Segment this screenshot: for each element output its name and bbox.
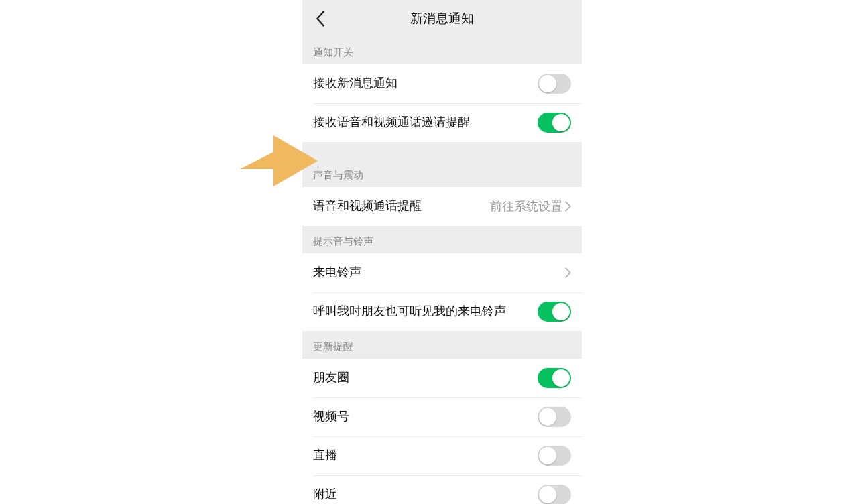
toggle-nearby[interactable] (538, 485, 571, 504)
cell-av-reminder[interactable]: 语音和视频通话提醒 前往系统设置 (302, 187, 582, 226)
cell-receive-av-invite[interactable]: 接收语音和视频通话邀请提醒 (302, 103, 582, 142)
toggle-live[interactable] (538, 446, 571, 466)
toggle-friend-ringtone[interactable] (538, 302, 571, 322)
cell-group: 语音和视频通话提醒 前往系统设置 (302, 187, 582, 226)
cell-group: 接收新消息通知 接收语音和视频通话邀请提醒 (302, 64, 582, 142)
cell-group: 朋友圈 视频号 直播 附近 (302, 359, 582, 504)
settings-screen: 新消息通知 通知开关 接收新消息通知 接收语音和视频通话邀请提醒 声音与震动 语… (302, 0, 582, 504)
section-header-notification-switch: 通知开关 (302, 37, 582, 64)
cell-label: 来电铃声 (313, 265, 565, 280)
cell-label: 视频号 (313, 409, 538, 424)
chevron-left-icon (316, 11, 325, 27)
toggle-receive-new-msg[interactable] (538, 74, 571, 94)
cell-receive-new-msg[interactable]: 接收新消息通知 (302, 64, 582, 103)
cell-label: 朋友圈 (313, 370, 538, 385)
cell-label: 语音和视频通话提醒 (313, 198, 490, 214)
cell-moments[interactable]: 朋友圈 (302, 359, 582, 397)
page-title: 新消息通知 (302, 10, 582, 27)
section-header-update-reminders: 更新提醒 (302, 331, 582, 359)
cell-label: 附近 (313, 487, 538, 502)
header: 新消息通知 (302, 0, 582, 37)
toggle-moments[interactable] (538, 368, 571, 388)
back-button[interactable] (309, 7, 332, 30)
cell-label: 直播 (313, 448, 538, 463)
cell-live[interactable]: 直播 (302, 436, 582, 475)
section-header-tone-ringtone: 提示音与铃声 (302, 226, 582, 253)
cell-group: 来电铃声 呼叫我时朋友也可听见我的来电铃声 (302, 253, 582, 331)
cell-label: 呼叫我时朋友也可听见我的来电铃声 (313, 304, 538, 319)
section-header-sound-vibration: 声音与震动 (302, 142, 582, 187)
chevron-right-icon (565, 201, 571, 212)
cell-label: 接收新消息通知 (313, 76, 538, 91)
cell-nearby[interactable]: 附近 (302, 475, 582, 504)
cell-value: 前往系统设置 (490, 198, 562, 214)
toggle-channels[interactable] (538, 407, 571, 427)
cell-friend-ringtone[interactable]: 呼叫我时朋友也可听见我的来电铃声 (302, 292, 582, 331)
cell-label: 接收语音和视频通话邀请提醒 (313, 115, 538, 130)
toggle-receive-av-invite[interactable] (538, 113, 571, 133)
cell-ringtone[interactable]: 来电铃声 (302, 253, 582, 292)
cell-channels[interactable]: 视频号 (302, 397, 582, 436)
chevron-right-icon (565, 267, 571, 278)
